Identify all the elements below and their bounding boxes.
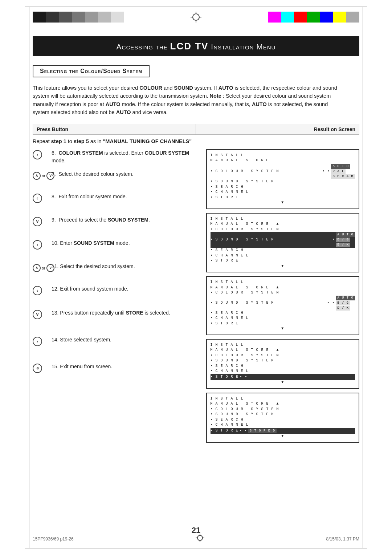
step-10-button: › — [33, 239, 52, 250]
step-row-12: ‹ 12. Exit from sound system mode. — [33, 285, 199, 301]
right-arrow-button: › — [33, 150, 42, 159]
screen-mockups: I N S T A L L M A N U A L S T O R E • C … — [206, 149, 359, 446]
left-arrow-button-8: ‹ — [33, 194, 42, 203]
footer-right: 8/15/03, 1:37 PM — [326, 536, 359, 542]
step-7-text: 7. Select the desired colour system. — [52, 170, 199, 178]
down-arrow-button-9: ∨ — [33, 217, 42, 226]
step-14-text: 14. Store selected system. — [52, 336, 199, 344]
screen-4: I N S T A L L M A N U A L S T O R E ▲ • … — [206, 339, 359, 389]
body-text: This feature allows you to select your d… — [33, 84, 345, 117]
screen-1-title: I N S T A L L — [211, 153, 355, 158]
right-arrow-button-10: › — [33, 240, 42, 250]
step-15-text: 15. Exit menu from screen. — [52, 363, 199, 370]
up-arrow-button-11: ∧ — [33, 264, 41, 272]
column-headers: Press Button Result on Screen — [33, 124, 359, 135]
footer: 15PF9936/69 p19-26 8/15/03, 1:37 PM — [0, 534, 392, 544]
page-title: Accessing the — [117, 42, 170, 51]
footer-left: 15PF9936/69 p19-26 — [33, 536, 74, 542]
step-12-button: ‹ — [33, 285, 52, 295]
step-row-9: ∨ 9. Proceed to select the SOUND SYSTEM. — [33, 216, 199, 232]
step-row-15: ⊙ 15. Exit menu from screen. — [33, 363, 199, 379]
step-row-13: ∨ 13. Press button repeatedly until STOR… — [33, 309, 199, 325]
step-13-text: 13. Press button repeatedly until STORE … — [52, 309, 199, 317]
screen-3: I N S T A L L M A N U A L S T O R E ▲ • … — [206, 276, 359, 335]
step-12-text: 12. Exit from sound system mode. — [52, 285, 199, 293]
left-color-strip — [33, 12, 124, 23]
right-color-strip — [268, 12, 359, 23]
step-15-button: ⊙ — [33, 363, 52, 373]
step-14-button: › — [33, 336, 52, 346]
step-row-11: ∧ or ∨ 11. Select the desired sound syst… — [33, 263, 199, 279]
step-11-text: 11. Select the desired sound system. — [52, 263, 199, 270]
step-6-text: 6. COLOUR SYSTEM is selected. Enter COLO… — [52, 149, 199, 165]
step-9-button: ∨ — [33, 216, 52, 226]
screen-1: I N S T A L L M A N U A L S T O R E • C … — [206, 149, 359, 209]
repeat-text: Repeat step 1 to step 5 as in "MANUAL TU… — [33, 138, 359, 144]
step-row-10: › 10. Enter SOUND SYSTEM mode. — [33, 239, 199, 255]
up-arrow-button: ∧ — [33, 172, 41, 180]
step-8-text: 8. Exit from colour system mode. — [52, 193, 199, 200]
step-6-button: › — [33, 149, 52, 159]
result-on-screen-header: Result on Screen — [196, 124, 359, 135]
footer-center-crosshair — [196, 534, 204, 544]
step-13-button: ∨ — [33, 309, 52, 319]
menu-button: ⊙ — [33, 364, 42, 373]
crosshair-center — [124, 12, 268, 23]
page-title-box: Accessing the LCD TV Installation Menu — [33, 36, 359, 56]
down-arrow-button-13: ∨ — [33, 310, 42, 319]
screen-2: I N S T A L L M A N U A L S T O R E ▲ • … — [206, 213, 359, 273]
step-row-14: › 14. Store selected system. — [33, 336, 199, 352]
step-row-6: › 6. COLOUR SYSTEM is selected. Enter CO… — [33, 149, 199, 165]
step-8-button: ‹ — [33, 193, 52, 203]
press-button-header: Press Button — [33, 124, 196, 135]
step-9-text: 9. Proceed to select the SOUND SYSTEM. — [52, 216, 199, 224]
right-arrow-button-14: › — [33, 337, 42, 346]
steps-list: › 6. COLOUR SYSTEM is selected. Enter CO… — [33, 149, 199, 446]
screen-1-subtitle: M A N U A L S T O R E — [211, 158, 355, 163]
step-row-7: ∧ or ∨ 7. Select the desired colour syst… — [33, 170, 199, 186]
screen-5: I N S T A L L M A N U A L S T O R E ▲ • … — [206, 393, 359, 443]
section-heading: Selecting the Colour/Sound System — [33, 65, 150, 77]
left-arrow-button-12: ‹ — [33, 286, 42, 295]
step-7-button: ∧ or ∨ — [33, 170, 52, 180]
step-row-8: ‹ 8. Exit from colour system mode. — [33, 193, 199, 209]
step-11-button: ∧ or ∨ — [33, 263, 52, 272]
step-10-text: 10. Enter SOUND SYSTEM mode. — [52, 239, 199, 247]
